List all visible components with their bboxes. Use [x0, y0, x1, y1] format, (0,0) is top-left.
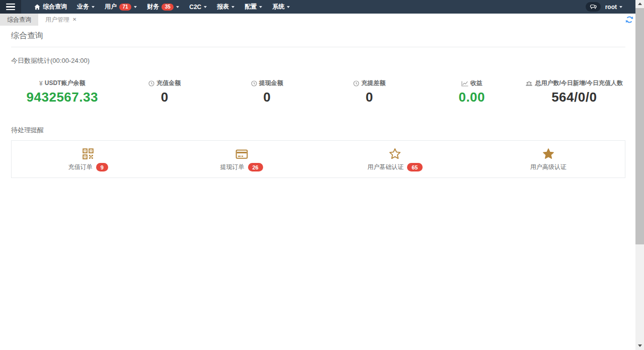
username: root	[605, 4, 617, 11]
stat-value: 9432567.33	[11, 90, 114, 105]
vertical-scrollbar[interactable]	[635, 0, 644, 350]
scrollbar-thumb[interactable]	[635, 8, 644, 244]
chevron-down-icon	[287, 6, 290, 8]
nav-item-label: 系统	[272, 3, 284, 11]
stat-label: 收益	[470, 79, 482, 88]
stat-label-row: 充提差额	[318, 79, 421, 88]
stat-value: 0	[318, 90, 421, 105]
card-recharge-orders[interactable]: 充值订单 9	[12, 147, 165, 171]
card-advanced-verification[interactable]: 用户高级认证	[471, 147, 625, 171]
nav-item-overview[interactable]: 综合查询	[29, 0, 72, 14]
card-label: 提现订单	[220, 163, 245, 171]
hamburger-icon	[6, 9, 15, 11]
tab-label: 综合查询	[7, 16, 31, 24]
chevron-down-icon	[134, 6, 137, 8]
stat-profit: 收益 0.00	[421, 79, 523, 105]
stat-label: 总用户数/今日新增/今日充值人数	[535, 79, 623, 88]
hamburger-icon	[6, 4, 15, 5]
reminders-section-heading: 待处理提醒	[11, 126, 625, 135]
arrow-up-icon	[638, 3, 642, 5]
stat-label: 充值金额	[156, 79, 181, 88]
close-icon[interactable]: ✕	[72, 17, 76, 22]
nav-item-config[interactable]: 配置	[239, 0, 267, 14]
sidebar-toggle-button[interactable]	[0, 0, 21, 14]
nav-item-label: 用户	[105, 3, 117, 11]
stat-value: 0.00	[421, 90, 523, 105]
stat-label-row: ¥ USDT账户余额	[11, 79, 114, 88]
top-navbar: 综合查询 业务 用户 71 财务 35 C2C 报表	[0, 0, 635, 14]
clock-icon	[251, 80, 257, 86]
home-icon	[34, 4, 40, 10]
card-label-row: 用户基础认证 65	[367, 163, 422, 171]
admin-dashboard-page: 综合查询 业务 用户 71 财务 35 C2C 报表	[0, 0, 635, 178]
basic-verification-badge: 65	[407, 163, 422, 171]
tab-strip: 综合查询 用户管理 ✕	[0, 14, 635, 26]
chevron-down-icon	[204, 6, 207, 8]
nav-item-label: C2C	[189, 4, 201, 11]
chevron-down-icon	[619, 6, 622, 8]
stat-withdraw-amount: 提现金额 0	[216, 79, 318, 105]
nav-item-reports[interactable]: 报表	[212, 0, 239, 14]
stat-value: 0	[216, 90, 318, 105]
scrollbar-down-button[interactable]	[635, 342, 644, 349]
yen-icon: ¥	[39, 80, 43, 87]
stat-usdt-balance: ¥ USDT账户余额 9432567.33	[11, 79, 114, 105]
nav-item-label: 财务	[147, 3, 159, 11]
arrow-down-icon	[638, 344, 642, 347]
stat-net-difference: 充提差额 0	[318, 79, 421, 105]
navbar-right: root	[586, 0, 635, 14]
card-label: 充值订单	[68, 163, 93, 171]
stat-label: USDT账户余额	[45, 79, 86, 88]
card-basic-verification[interactable]: 用户基础认证 65	[318, 147, 472, 171]
nav-item-label: 业务	[77, 3, 89, 11]
stat-label-row: 收益	[421, 79, 523, 88]
scrollbar-up-button[interactable]	[635, 0, 644, 8]
users-count-badge: 71	[119, 4, 131, 11]
withdraw-orders-badge: 26	[248, 163, 263, 171]
qr-code-icon	[82, 147, 95, 160]
stats-row: ¥ USDT账户余额 9432567.33 充值金额 0 提现金额 0	[11, 79, 625, 105]
card-label-row: 充值订单 9	[68, 163, 108, 171]
chat-bubbles-icon	[590, 4, 597, 10]
page-title: 综合查询	[11, 26, 625, 47]
stat-recharge-amount: 充值金额 0	[114, 79, 216, 105]
chevron-down-icon	[92, 6, 95, 8]
nav-menu: 综合查询 业务 用户 71 财务 35 C2C 报表	[29, 0, 295, 14]
stat-label: 充提差额	[361, 79, 385, 88]
users-icon	[525, 80, 533, 86]
hamburger-icon	[6, 6, 15, 8]
credit-card-icon	[235, 147, 249, 160]
card-withdraw-orders[interactable]: 提现订单 26	[165, 147, 318, 171]
refresh-button[interactable]	[625, 16, 633, 24]
card-label-row: 用户高级认证	[530, 163, 567, 171]
chevron-down-icon	[176, 6, 179, 8]
user-menu[interactable]: root	[605, 4, 622, 11]
nav-item-users[interactable]: 用户 71	[100, 0, 142, 14]
recharge-orders-badge: 9	[96, 163, 108, 171]
clock-icon	[353, 80, 359, 86]
star-filled-icon	[542, 147, 555, 160]
finance-count-badge: 35	[162, 4, 174, 11]
main-content: 综合查询 今日数据统计(00:00-24:00) ¥ USDT账户余额 9432…	[0, 26, 635, 178]
reminders-panel: 充值订单 9 提现订单 26	[11, 140, 625, 178]
stat-label-row: 提现金额	[216, 79, 318, 88]
stat-total-users: 总用户数/今日新增/今日充值人数 564/0/0	[523, 79, 626, 105]
tab-user-management[interactable]: 用户管理 ✕	[38, 14, 84, 26]
star-outline-icon	[388, 147, 401, 160]
clock-icon	[148, 80, 154, 86]
messages-button[interactable]	[586, 2, 601, 12]
card-label: 用户基础认证	[367, 163, 404, 171]
refresh-icon	[625, 16, 633, 24]
nav-item-finance[interactable]: 财务 35	[142, 0, 184, 14]
tab-overview[interactable]: 综合查询	[0, 14, 38, 26]
nav-item-label: 综合查询	[43, 3, 67, 11]
card-label-row: 提现订单 26	[220, 163, 263, 171]
stats-section-heading: 今日数据统计(00:00-24:00)	[11, 56, 625, 65]
chevron-down-icon	[259, 6, 262, 8]
nav-item-label: 配置	[245, 3, 257, 11]
nav-item-business[interactable]: 业务	[72, 0, 100, 14]
card-label: 用户高级认证	[530, 163, 567, 171]
chevron-down-icon	[231, 6, 234, 8]
nav-item-system[interactable]: 系统	[267, 0, 295, 14]
nav-item-c2c[interactable]: C2C	[184, 0, 212, 14]
